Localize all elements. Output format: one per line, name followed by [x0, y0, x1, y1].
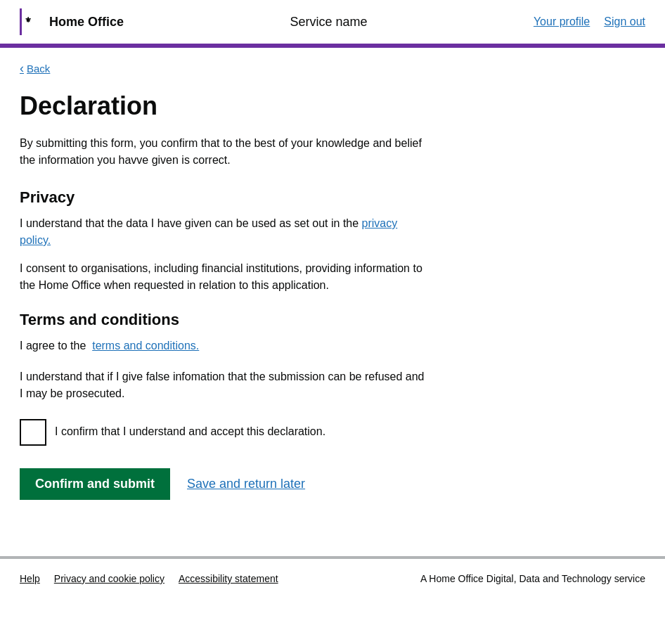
terms-section: Terms and conditions I agree to the term…: [20, 311, 430, 402]
back-link[interactable]: Back: [20, 62, 50, 75]
intro-text: By submitting this form, you confirm tha…: [20, 135, 430, 169]
home-office-text: Home Office: [49, 15, 124, 30]
footer: Help Privacy and cookie policy Accessibi…: [0, 559, 665, 598]
sign-out-link[interactable]: Sign out: [604, 15, 645, 28]
checkbox-label[interactable]: I confirm that I understand and accept t…: [55, 419, 325, 440]
svg-rect-0: [20, 8, 22, 35]
footer-links: Help Privacy and cookie policy Accessibi…: [20, 573, 278, 584]
button-row: Confirm and submit Save and return later: [20, 468, 430, 500]
terms-inline: I agree to the terms and conditions.: [20, 337, 430, 354]
checkbox-row: I confirm that I understand and accept t…: [20, 419, 430, 446]
terms-text-2: I understand that if I give false infoma…: [20, 368, 430, 402]
your-profile-link[interactable]: Your profile: [534, 15, 590, 28]
footer-credit: A Home Office Digital, Data and Technolo…: [420, 573, 645, 584]
header-nav: Your profile Sign out: [534, 15, 645, 28]
main-content: Back Declaration By submitting this form…: [0, 48, 665, 528]
svg-text:⚜: ⚜: [25, 15, 32, 24]
crest-icon: ⚜: [20, 8, 42, 35]
header: ⚜ Home Office Service name Your profile …: [0, 0, 665, 44]
terms-conditions-link[interactable]: terms and conditions.: [92, 340, 199, 352]
terms-inline-before: I agree to the: [20, 340, 86, 352]
declaration-checkbox[interactable]: [20, 419, 46, 446]
privacy-text-2: I consent to organisations, including fi…: [20, 260, 430, 294]
confirm-submit-button[interactable]: Confirm and submit: [20, 468, 170, 500]
footer-help-link[interactable]: Help: [20, 573, 40, 584]
footer-privacy-link[interactable]: Privacy and cookie policy: [54, 573, 164, 584]
privacy-heading: Privacy: [20, 188, 430, 207]
service-name: Service name: [290, 15, 367, 30]
privacy-text-1-before: I understand that the data I have given …: [20, 217, 359, 229]
terms-heading: Terms and conditions: [20, 311, 430, 329]
page-title: Declaration: [20, 91, 430, 121]
save-return-later-button[interactable]: Save and return later: [187, 477, 305, 491]
footer-accessibility-link[interactable]: Accessibility statement: [179, 573, 278, 584]
privacy-text-1: I understand that the data I have given …: [20, 215, 430, 249]
home-office-logo: ⚜ Home Office: [20, 8, 124, 35]
